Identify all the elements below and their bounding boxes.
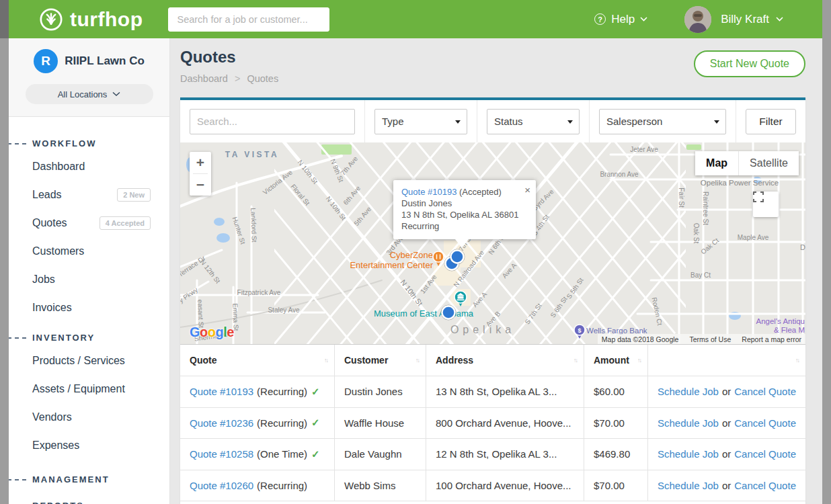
map-label: easant St xyxy=(196,300,204,329)
map-type-satellite-button[interactable]: Satellite xyxy=(739,151,799,175)
schedule-job-link[interactable]: Schedule Job xyxy=(658,386,719,397)
cancel-quote-link[interactable]: Cancel Quote xyxy=(734,386,796,397)
sidebar-item-expenses[interactable]: Expenses xyxy=(32,431,151,460)
map-label: Lankford St xyxy=(249,208,258,243)
quotes-card: Type Status Salesperson Filter xyxy=(180,97,805,504)
location-selector[interactable]: All Locations xyxy=(26,84,153,104)
accepted-check-icon: ✓ xyxy=(311,386,320,398)
map-type-map-button[interactable]: Map xyxy=(695,151,739,175)
quote-link[interactable]: Quote #10258 xyxy=(190,448,253,460)
terms-of-use-link[interactable]: Terms of Use xyxy=(689,335,731,343)
sidebar-item-products-services[interactable]: Products / Services xyxy=(32,347,151,375)
map-label: D xyxy=(800,243,805,251)
help-menu[interactable]: ? Help xyxy=(594,13,647,26)
map-info-popup: × Quote #10193 (Accepted) Dustin Jones 1… xyxy=(393,180,536,239)
sort-icon[interactable]: ↑↓ xyxy=(573,357,577,364)
customer-cell: Dale Vaughn xyxy=(335,439,426,470)
quote-marker[interactable] xyxy=(441,305,456,320)
map[interactable]: TA VISTAN 10th StN 10th StN 10th StVicto… xyxy=(180,142,805,344)
quotes-search-input[interactable] xyxy=(190,109,355,134)
brand-name: turfhop xyxy=(70,8,143,31)
filter-button[interactable]: Filter xyxy=(746,109,796,134)
fullscreen-icon xyxy=(753,192,764,202)
sidebar-item-quotes[interactable]: Quotes 4 Accepted xyxy=(32,209,151,237)
quote-link[interactable]: Quote #10236 xyxy=(190,417,253,429)
zoom-out-button[interactable]: − xyxy=(190,174,211,196)
map-label: Fitzpatrick Ave xyxy=(237,289,281,296)
window-edge-left xyxy=(0,0,9,504)
sort-icon[interactable]: ↑↓ xyxy=(795,357,799,364)
schedule-job-link[interactable]: Schedule Job xyxy=(658,448,719,460)
google-logo-letter: o xyxy=(200,325,208,339)
quote-link[interactable]: Quote #10193 xyxy=(190,386,253,397)
map-label: TA VISTA xyxy=(225,150,279,159)
map-attribution: Map data ©2018 Google Terms of Use Repor… xyxy=(598,334,805,344)
brand-logo[interactable]: turfhop xyxy=(39,7,143,32)
status-select[interactable]: Status xyxy=(487,109,580,134)
sort-icon[interactable]: ↑↓ xyxy=(324,357,327,364)
table-row: Quote #10260 (Recurring) Webb Sims 100 O… xyxy=(180,470,805,502)
sidebar-item-dashboard[interactable]: Dashboard xyxy=(32,153,151,181)
google-logo-letter: e xyxy=(227,325,234,339)
breadcrumb-quotes: Quotes xyxy=(247,73,278,84)
cancel-quote-link[interactable]: Cancel Quote xyxy=(734,448,796,460)
sidebar-item-customers[interactable]: Customers xyxy=(32,237,151,265)
accepted-check-icon: ✓ xyxy=(311,417,320,429)
customer-cell: Webb Sims xyxy=(335,470,426,502)
sidebar-item-jobs[interactable]: Jobs xyxy=(32,265,151,294)
map-label: Staley Ave xyxy=(268,306,300,314)
sort-icon[interactable]: ↑↓ xyxy=(637,357,641,364)
sidebar-item-assets-equipment[interactable]: Assets / Equipment xyxy=(32,375,151,403)
window-edge-right xyxy=(822,0,831,504)
map-label: Hunter St xyxy=(231,216,247,245)
map-label: Opelika Power Service xyxy=(701,179,779,187)
bank-pin-icon[interactable]: $ xyxy=(574,325,585,339)
address-cell: 800 Orchard Avenue, Hoove... xyxy=(426,408,584,439)
global-search-input[interactable] xyxy=(168,7,329,32)
section-inventory: INVENTORY xyxy=(32,333,151,343)
table-row: Quote #10258 (One Time) ✓ Dale Vaughn 12… xyxy=(180,439,805,470)
map-label: Oak St xyxy=(692,223,700,244)
cancel-quote-link[interactable]: Cancel Quote xyxy=(734,417,796,429)
company-name: RIIPL Lawn Co xyxy=(65,54,145,68)
sort-icon[interactable]: ↑↓ xyxy=(416,357,419,364)
zoom-in-button[interactable]: + xyxy=(190,152,211,173)
google-logo-letter: g xyxy=(216,325,224,339)
filter-row: Type Status Salesperson Filter xyxy=(180,100,805,142)
quote-marker[interactable] xyxy=(450,249,465,264)
section-management[interactable]: MANAGEMENT xyxy=(32,474,151,485)
schedule-job-link[interactable]: Schedule Job xyxy=(658,417,719,429)
breadcrumb-dashboard[interactable]: Dashboard xyxy=(180,73,228,84)
google-logo[interactable]: Google xyxy=(190,325,234,340)
avatar[interactable] xyxy=(684,6,711,33)
customer-cell: Waffle House xyxy=(335,408,426,439)
col-address: Address xyxy=(436,355,473,366)
schedule-job-link[interactable]: Schedule Job xyxy=(658,480,719,491)
sidebar-item-vendors[interactable]: Vendors xyxy=(32,403,151,431)
map-label: Opelika xyxy=(450,324,515,335)
salesperson-select[interactable]: Salesperson xyxy=(599,109,726,134)
dropdown-arrow-icon xyxy=(455,120,461,124)
type-select[interactable]: Type xyxy=(374,109,467,134)
popup-close-icon[interactable]: × xyxy=(524,183,530,197)
popup-type: Recurring xyxy=(401,220,528,232)
section-reports[interactable]: REPORTS xyxy=(32,501,151,504)
section-workflow: WORKFLOW xyxy=(32,138,151,149)
start-new-quote-button[interactable]: Start New Quote xyxy=(694,50,805,77)
sidebar: R RIIPL Lawn Co All Locations WORKFLOW D… xyxy=(9,38,170,504)
report-map-error-link[interactable]: Report a map error xyxy=(742,335,801,343)
map-label: CyberZone xyxy=(390,250,433,260)
table-header-row: Quote↑↓ Customer↑↓ Address↑↓ Amount↑↓ ↑↓ xyxy=(180,345,805,376)
map-zoom-control: + − xyxy=(190,152,211,196)
popup-quote-link[interactable]: Quote #10193 xyxy=(401,187,457,197)
accepted-check-icon: ✓ xyxy=(311,448,320,460)
cancel-quote-link[interactable]: Cancel Quote xyxy=(734,480,796,491)
table-row: Quote #10193 (Recurring) ✓ Dustin Jones … xyxy=(180,376,805,408)
fullscreen-button[interactable] xyxy=(753,192,779,217)
user-menu[interactable]: Billy Kraft xyxy=(721,13,783,26)
sidebar-item-leads[interactable]: Leads 2 New xyxy=(32,181,151,209)
sidebar-item-invoices[interactable]: Invoices xyxy=(32,294,151,322)
map-label: Angel's Antiqu xyxy=(756,317,805,325)
leads-badge: 2 New xyxy=(117,188,151,202)
quote-link[interactable]: Quote #10260 xyxy=(190,480,253,491)
